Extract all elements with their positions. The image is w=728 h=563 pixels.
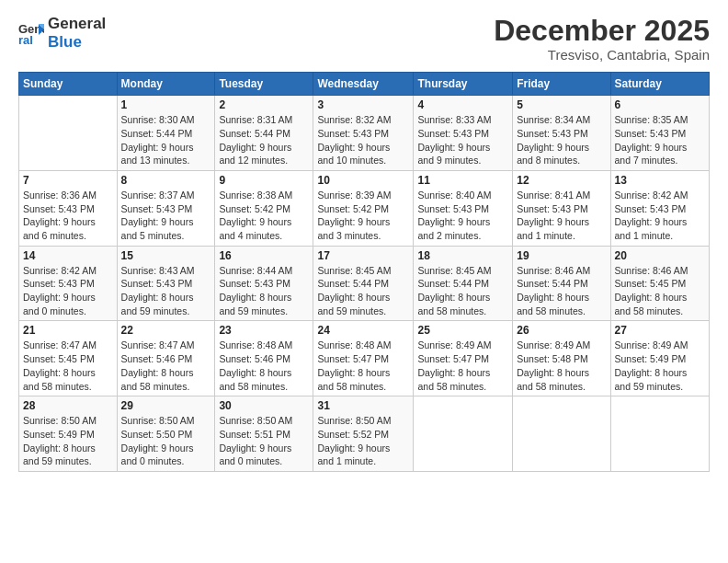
day-info: Sunrise: 8:47 AMSunset: 5:46 PMDaylight:…	[121, 339, 211, 393]
day-info: Sunrise: 8:31 AMSunset: 5:44 PMDaylight:…	[219, 113, 309, 167]
title-block: December 2025 Tresviso, Cantabria, Spain	[494, 15, 710, 63]
day-number: 20	[615, 249, 705, 262]
day-info: Sunrise: 8:49 AMSunset: 5:48 PMDaylight:…	[517, 339, 606, 393]
day-info: Sunrise: 8:46 AMSunset: 5:45 PMDaylight:…	[615, 264, 705, 318]
day-number: 23	[219, 324, 309, 337]
calendar-cell: 12Sunrise: 8:41 AMSunset: 5:43 PMDayligh…	[513, 170, 610, 246]
header-row: Gene ral General Blue December 2025 Tres…	[18, 15, 710, 63]
day-number: 15	[121, 249, 211, 262]
calendar-cell: 4Sunrise: 8:33 AMSunset: 5:43 PMDaylight…	[414, 96, 513, 171]
calendar-week-row: 7Sunrise: 8:36 AMSunset: 5:43 PMDaylight…	[19, 170, 710, 246]
day-number: 3	[317, 98, 409, 111]
calendar-header-row: SundayMondayTuesdayWednesdayThursdayFrid…	[19, 73, 710, 96]
day-info: Sunrise: 8:45 AMSunset: 5:44 PMDaylight:…	[317, 264, 409, 318]
calendar-cell: 14Sunrise: 8:42 AMSunset: 5:43 PMDayligh…	[19, 246, 118, 321]
calendar-table: SundayMondayTuesdayWednesdayThursdayFrid…	[18, 72, 710, 472]
day-info: Sunrise: 8:37 AMSunset: 5:43 PMDaylight:…	[121, 189, 211, 243]
calendar-cell: 22Sunrise: 8:47 AMSunset: 5:46 PMDayligh…	[117, 321, 215, 396]
day-info: Sunrise: 8:45 AMSunset: 5:44 PMDaylight:…	[417, 264, 508, 318]
day-number: 7	[23, 174, 113, 187]
calendar-cell	[414, 396, 513, 472]
subtitle: Tresviso, Cantabria, Spain	[494, 47, 710, 63]
day-info: Sunrise: 8:30 AMSunset: 5:44 PMDaylight:…	[121, 113, 211, 167]
calendar-cell: 27Sunrise: 8:49 AMSunset: 5:49 PMDayligh…	[610, 321, 709, 396]
day-number: 25	[417, 324, 508, 337]
calendar-cell	[610, 396, 709, 472]
calendar-cell: 30Sunrise: 8:50 AMSunset: 5:51 PMDayligh…	[215, 396, 313, 472]
calendar-cell: 10Sunrise: 8:39 AMSunset: 5:42 PMDayligh…	[313, 170, 414, 246]
month-title: December 2025	[494, 15, 710, 47]
calendar-cell: 19Sunrise: 8:46 AMSunset: 5:44 PMDayligh…	[513, 246, 610, 321]
calendar-header-wednesday: Wednesday	[313, 73, 414, 96]
day-number: 16	[219, 249, 309, 262]
logo-text-line1: General	[48, 15, 106, 33]
day-info: Sunrise: 8:46 AMSunset: 5:44 PMDaylight:…	[517, 264, 606, 318]
day-info: Sunrise: 8:38 AMSunset: 5:42 PMDaylight:…	[219, 189, 309, 243]
calendar-week-row: 28Sunrise: 8:50 AMSunset: 5:49 PMDayligh…	[19, 396, 710, 472]
calendar-cell: 8Sunrise: 8:37 AMSunset: 5:43 PMDaylight…	[117, 170, 215, 246]
day-number: 5	[517, 98, 606, 111]
day-number: 21	[23, 324, 113, 337]
calendar-header-monday: Monday	[117, 73, 215, 96]
calendar-cell: 18Sunrise: 8:45 AMSunset: 5:44 PMDayligh…	[414, 246, 513, 321]
day-number: 26	[517, 324, 606, 337]
calendar-week-row: 21Sunrise: 8:47 AMSunset: 5:45 PMDayligh…	[19, 321, 710, 396]
day-info: Sunrise: 8:36 AMSunset: 5:43 PMDaylight:…	[23, 189, 113, 243]
day-info: Sunrise: 8:35 AMSunset: 5:43 PMDaylight:…	[615, 113, 705, 167]
day-info: Sunrise: 8:42 AMSunset: 5:43 PMDaylight:…	[615, 189, 705, 243]
day-info: Sunrise: 8:49 AMSunset: 5:49 PMDaylight:…	[615, 339, 705, 393]
calendar-header-thursday: Thursday	[414, 73, 513, 96]
calendar-header-tuesday: Tuesday	[215, 73, 313, 96]
calendar-week-row: 14Sunrise: 8:42 AMSunset: 5:43 PMDayligh…	[19, 246, 710, 321]
day-number: 2	[219, 98, 309, 111]
calendar-week-row: 1Sunrise: 8:30 AMSunset: 5:44 PMDaylight…	[19, 96, 710, 171]
day-info: Sunrise: 8:32 AMSunset: 5:43 PMDaylight:…	[317, 113, 409, 167]
calendar-cell: 11Sunrise: 8:40 AMSunset: 5:43 PMDayligh…	[414, 170, 513, 246]
calendar-cell: 5Sunrise: 8:34 AMSunset: 5:43 PMDaylight…	[513, 96, 610, 171]
day-number: 11	[417, 174, 508, 187]
day-number: 22	[121, 324, 211, 337]
calendar-cell: 9Sunrise: 8:38 AMSunset: 5:42 PMDaylight…	[215, 170, 313, 246]
calendar-cell: 20Sunrise: 8:46 AMSunset: 5:45 PMDayligh…	[610, 246, 709, 321]
calendar-cell: 17Sunrise: 8:45 AMSunset: 5:44 PMDayligh…	[313, 246, 414, 321]
day-number: 29	[121, 399, 211, 412]
calendar-cell: 2Sunrise: 8:31 AMSunset: 5:44 PMDaylight…	[215, 96, 313, 171]
logo-text-line2: Blue	[48, 33, 106, 52]
day-number: 28	[23, 399, 113, 412]
main-container: Gene ral General Blue December 2025 Tres…	[0, 0, 728, 481]
day-info: Sunrise: 8:33 AMSunset: 5:43 PMDaylight:…	[417, 113, 508, 167]
day-number: 19	[517, 249, 606, 262]
logo-icon: Gene ral	[18, 20, 44, 46]
calendar-header-saturday: Saturday	[610, 73, 709, 96]
day-number: 30	[219, 399, 309, 412]
day-number: 4	[417, 98, 508, 111]
day-info: Sunrise: 8:39 AMSunset: 5:42 PMDaylight:…	[317, 189, 409, 243]
day-info: Sunrise: 8:50 AMSunset: 5:50 PMDaylight:…	[121, 414, 211, 468]
calendar-cell: 3Sunrise: 8:32 AMSunset: 5:43 PMDaylight…	[313, 96, 414, 171]
calendar-cell: 24Sunrise: 8:48 AMSunset: 5:47 PMDayligh…	[313, 321, 414, 396]
calendar-cell: 29Sunrise: 8:50 AMSunset: 5:50 PMDayligh…	[117, 396, 215, 472]
day-number: 14	[23, 249, 113, 262]
calendar-cell: 21Sunrise: 8:47 AMSunset: 5:45 PMDayligh…	[19, 321, 118, 396]
calendar-cell: 15Sunrise: 8:43 AMSunset: 5:43 PMDayligh…	[117, 246, 215, 321]
calendar-cell: 7Sunrise: 8:36 AMSunset: 5:43 PMDaylight…	[19, 170, 118, 246]
day-info: Sunrise: 8:34 AMSunset: 5:43 PMDaylight:…	[517, 113, 606, 167]
day-info: Sunrise: 8:50 AMSunset: 5:49 PMDaylight:…	[23, 414, 113, 468]
calendar-cell: 1Sunrise: 8:30 AMSunset: 5:44 PMDaylight…	[117, 96, 215, 171]
calendar-cell	[19, 96, 118, 171]
day-number: 24	[317, 324, 409, 337]
calendar-cell: 23Sunrise: 8:48 AMSunset: 5:46 PMDayligh…	[215, 321, 313, 396]
day-info: Sunrise: 8:48 AMSunset: 5:46 PMDaylight:…	[219, 339, 309, 393]
day-info: Sunrise: 8:48 AMSunset: 5:47 PMDaylight:…	[317, 339, 409, 393]
day-info: Sunrise: 8:49 AMSunset: 5:47 PMDaylight:…	[417, 339, 508, 393]
day-number: 12	[517, 174, 606, 187]
day-number: 27	[615, 324, 705, 337]
day-number: 31	[317, 399, 409, 412]
day-number: 1	[121, 98, 211, 111]
calendar-header-friday: Friday	[513, 73, 610, 96]
calendar-cell: 16Sunrise: 8:44 AMSunset: 5:43 PMDayligh…	[215, 246, 313, 321]
day-info: Sunrise: 8:50 AMSunset: 5:51 PMDaylight:…	[219, 414, 309, 468]
day-info: Sunrise: 8:42 AMSunset: 5:43 PMDaylight:…	[23, 264, 113, 318]
calendar-cell: 25Sunrise: 8:49 AMSunset: 5:47 PMDayligh…	[414, 321, 513, 396]
day-number: 10	[317, 174, 409, 187]
